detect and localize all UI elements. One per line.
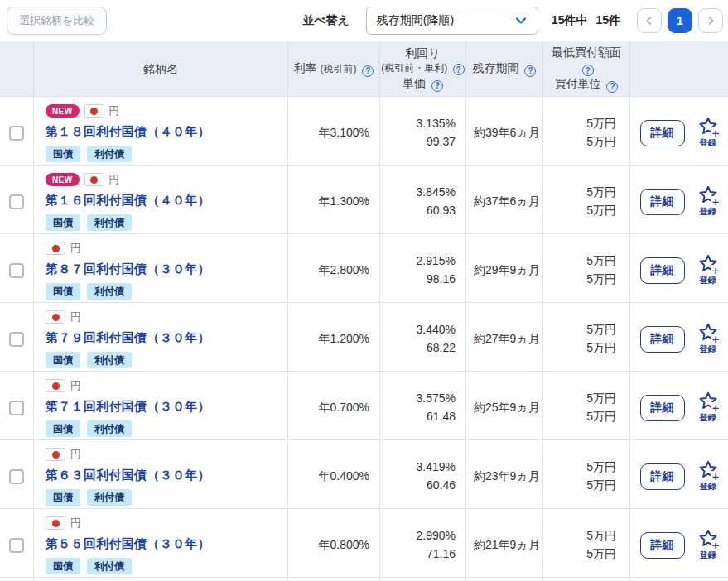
rate-cell: 年0.700% [287, 372, 379, 444]
header-rate-label: 利率 (税引前) ? [294, 60, 374, 77]
toolbar: 選択銘柄を比較 並べ替え 残存期間(降順) 15件中15件 1 [0, 0, 728, 41]
sort-select[interactable]: 残存期間(降順) [366, 7, 538, 35]
register-watchlist-button[interactable]: ＋ 登録 [697, 529, 719, 561]
bond-meta-line: 円 [46, 516, 279, 531]
row-checkbox-cell [0, 440, 33, 512]
row-checkbox[interactable] [9, 126, 24, 141]
new-badge: NEW [46, 104, 80, 118]
price-value: 99.37 [427, 133, 456, 151]
yield-value: 2.990% [417, 527, 456, 545]
register-label: 登録 [700, 343, 716, 355]
period-cell: 約39年6ヵ月 [465, 97, 542, 169]
page-1-button[interactable]: 1 [668, 8, 692, 33]
bond-name-link[interactable]: 第８７回利付国債（３０年） [46, 262, 279, 277]
bond-name-link[interactable]: 第１８回利付国債（４０年） [46, 124, 279, 140]
period-value: 約23年9ヵ月 [474, 469, 540, 484]
bond-name-link[interactable]: 第５５回利付国債（３０年） [46, 536, 279, 552]
row-checkbox-cell [0, 509, 33, 581]
tag-bond-type: 国債 [46, 420, 80, 437]
action-cell: 詳細 ＋ 登録 [629, 303, 728, 375]
row-checkbox[interactable] [9, 332, 24, 347]
rate-value: 年0.800% [319, 538, 369, 553]
star-plus-icon: ＋ [697, 185, 719, 205]
register-watchlist-button[interactable]: ＋ 登録 [697, 460, 719, 492]
partial-next-row [0, 577, 728, 581]
bond-name-link[interactable]: 第７１回利付国債（３０年） [46, 399, 279, 415]
help-icon[interactable]: ? [453, 64, 465, 75]
detail-button[interactable]: 詳細 [640, 463, 685, 490]
tag-coupon-type: 利付債 [87, 283, 132, 300]
register-watchlist-button[interactable]: ＋ 登録 [697, 117, 719, 149]
star-plus-icon: ＋ [697, 323, 719, 343]
bond-tags: 国債 利付債 [46, 214, 279, 231]
detail-button[interactable]: 詳細 [640, 120, 685, 146]
amount-cell: 5万円 5万円 [542, 234, 629, 306]
row-checkbox[interactable] [9, 538, 24, 553]
tag-bond-type: 国債 [46, 352, 80, 368]
period-cell: 約23年9ヵ月 [465, 440, 542, 512]
table-header: 銘柄名 利率 (税引前) ? 利回り (税引前・単利) ? 単価 ? 残存期間 … [0, 41, 728, 96]
bond-name-cell: 円 第７９回利付国債（３０年） 国債 利付債 [33, 303, 287, 375]
row-checkbox[interactable] [9, 263, 24, 278]
header-yield-line1: 利回り [405, 46, 440, 61]
bond-name-cell: 円 第７１回利付国債（３０年） 国債 利付債 [33, 372, 287, 444]
header-rate: 利率 (税引前) ? [287, 41, 379, 96]
help-icon[interactable]: ? [606, 81, 618, 93]
yield-cell: 3.845% 60.93 [379, 166, 465, 238]
price-value: 68.22 [427, 339, 456, 358]
help-icon[interactable]: ? [362, 65, 374, 77]
detail-button[interactable]: 詳細 [640, 257, 685, 284]
star-plus-icon: ＋ [697, 117, 719, 137]
next-page-button[interactable] [698, 8, 723, 33]
japan-flag-icon [46, 516, 65, 530]
row-checkbox-cell [0, 234, 33, 306]
bond-name-cell: 円 第８７回利付国債（３０年） 国債 利付債 [33, 234, 287, 306]
bond-meta-line: 円 [46, 241, 279, 256]
table-row: 円 第５５回利付国債（３０年） 国債 利付債 年0.800% 2.990% 71… [0, 508, 728, 577]
min-amount-value: 5万円 [586, 252, 616, 271]
row-checkbox[interactable] [9, 194, 24, 209]
row-checkbox[interactable] [9, 469, 24, 484]
yield-cell: 2.915% 98.16 [379, 234, 465, 306]
period-value: 約27年9ヵ月 [474, 332, 540, 347]
bond-name-link[interactable]: 第６３回利付国債（３０年） [46, 468, 279, 483]
compare-selected-button[interactable]: 選択銘柄を比較 [7, 7, 107, 35]
period-cell: 約21年9ヵ月 [465, 509, 542, 581]
yield-value: 3.135% [417, 115, 456, 133]
table-row: NEW 円 第１８回利付国債（４０年） 国債 利付債 年3.100% 3.135… [0, 96, 728, 165]
register-watchlist-button[interactable]: ＋ 登録 [697, 323, 719, 355]
row-checkbox[interactable] [9, 401, 24, 415]
help-icon[interactable]: ? [582, 65, 594, 76]
min-amount-value: 5万円 [586, 459, 616, 477]
japan-flag-icon [46, 379, 65, 392]
prev-page-button[interactable] [637, 8, 662, 33]
tag-bond-type: 国債 [46, 283, 80, 300]
result-count: 15件中15件 [552, 13, 620, 28]
detail-button[interactable]: 詳細 [640, 189, 685, 215]
rate-value: 年3.100% [319, 126, 369, 141]
period-value: 約25年9ヵ月 [474, 401, 540, 415]
amount-cell: 5万円 5万円 [542, 372, 629, 444]
help-icon[interactable]: ? [431, 80, 443, 92]
min-amount-value: 5万円 [586, 184, 616, 202]
chevron-down-icon [514, 14, 528, 27]
bond-name-link[interactable]: 第７９回利付国債（３０年） [46, 330, 279, 346]
yield-cell: 3.419% 60.46 [379, 440, 465, 512]
currency-label: 円 [109, 172, 120, 187]
rate-value: 年2.800% [319, 263, 369, 278]
star-plus-icon: ＋ [697, 254, 719, 274]
star-plus-icon: ＋ [697, 391, 719, 411]
bond-name-link[interactable]: 第１６回利付国債（４０年） [46, 193, 279, 209]
detail-button[interactable]: 詳細 [640, 326, 685, 353]
register-label: 登録 [700, 275, 716, 286]
register-watchlist-button[interactable]: ＋ 登録 [697, 391, 719, 424]
help-icon[interactable]: ? [524, 65, 536, 77]
register-watchlist-button[interactable]: ＋ 登録 [697, 254, 719, 286]
detail-button[interactable]: 詳細 [640, 532, 685, 559]
register-label: 登録 [700, 206, 716, 218]
unit-value: 5万円 [586, 408, 616, 426]
register-watchlist-button[interactable]: ＋ 登録 [697, 185, 719, 218]
star-plus-icon: ＋ [697, 460, 719, 480]
currency-label: 円 [70, 378, 81, 393]
detail-button[interactable]: 詳細 [640, 395, 685, 421]
